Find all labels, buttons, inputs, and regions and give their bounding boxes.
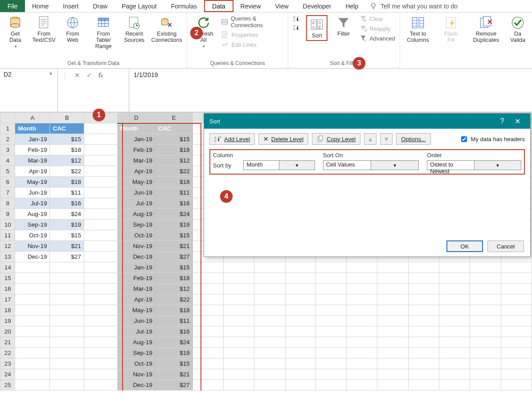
- cell[interactable]: [347, 305, 377, 316]
- cell[interactable]: Sep-19: [117, 220, 155, 230]
- cell[interactable]: [50, 369, 84, 380]
- cell[interactable]: [84, 326, 117, 337]
- cell[interactable]: [50, 348, 84, 358]
- cell[interactable]: [223, 273, 254, 284]
- cell[interactable]: [254, 305, 285, 316]
- cell[interactable]: May-19: [117, 305, 155, 316]
- cell[interactable]: $15: [50, 134, 84, 145]
- tell-me[interactable]: Tell me what you want to do: [370, 0, 458, 12]
- cell[interactable]: [501, 326, 532, 337]
- cell[interactable]: [501, 348, 532, 358]
- cell[interactable]: [377, 294, 408, 305]
- cell[interactable]: [439, 273, 470, 284]
- cell[interactable]: [470, 369, 501, 380]
- cell[interactable]: Jan-19: [15, 134, 50, 145]
- cell[interactable]: [84, 380, 117, 391]
- cell[interactable]: [285, 294, 316, 305]
- cell[interactable]: [84, 262, 117, 273]
- cell[interactable]: [223, 316, 254, 326]
- cell[interactable]: [377, 305, 408, 316]
- cell[interactable]: Mar-19: [117, 155, 155, 166]
- cell[interactable]: [254, 262, 285, 273]
- row-header[interactable]: 4: [0, 155, 15, 166]
- cell[interactable]: [347, 380, 377, 391]
- cell[interactable]: [501, 305, 532, 316]
- cell[interactable]: [223, 305, 254, 316]
- get-data-button[interactable]: Get Data: [4, 15, 26, 49]
- cell[interactable]: Feb-19: [117, 273, 155, 284]
- cell[interactable]: [254, 380, 285, 391]
- cell[interactable]: [439, 348, 470, 358]
- cell[interactable]: [439, 262, 470, 273]
- cancel-button[interactable]: Cancel: [487, 240, 524, 252]
- cell[interactable]: [285, 326, 316, 337]
- row-header[interactable]: 6: [0, 177, 15, 187]
- sort-desc-icon[interactable]: ZA: [293, 24, 300, 31]
- cell[interactable]: [470, 380, 501, 391]
- cell[interactable]: [316, 348, 347, 358]
- cell[interactable]: $18: [155, 145, 192, 155]
- cell[interactable]: [254, 348, 285, 358]
- cell[interactable]: Apr-19: [15, 166, 50, 177]
- cell[interactable]: $15: [155, 134, 192, 145]
- cell[interactable]: [223, 294, 254, 305]
- row-header[interactable]: 1: [0, 123, 15, 134]
- cell[interactable]: [84, 305, 117, 316]
- cell[interactable]: Jul-19: [117, 326, 155, 337]
- cell[interactable]: [439, 337, 470, 348]
- cell[interactable]: [84, 209, 117, 220]
- cell[interactable]: [84, 230, 117, 241]
- cell[interactable]: [316, 369, 347, 380]
- cell[interactable]: $16: [50, 198, 84, 209]
- cell[interactable]: Aug-19: [117, 337, 155, 348]
- cell[interactable]: [285, 369, 316, 380]
- cell[interactable]: [347, 326, 377, 337]
- cell[interactable]: [254, 337, 285, 348]
- cell[interactable]: [254, 358, 285, 369]
- cell[interactable]: [347, 262, 377, 273]
- cell[interactable]: [377, 262, 408, 273]
- cell[interactable]: [347, 337, 377, 348]
- cell[interactable]: [50, 294, 84, 305]
- cell[interactable]: [408, 316, 439, 326]
- cell[interactable]: [15, 273, 50, 284]
- cell[interactable]: Dec-19: [117, 252, 155, 262]
- cell[interactable]: [84, 155, 117, 166]
- cell[interactable]: [15, 348, 50, 358]
- cell[interactable]: [84, 273, 117, 284]
- cell[interactable]: $19: [155, 348, 192, 358]
- row-header[interactable]: 23: [0, 358, 15, 369]
- name-box-dropdown-icon[interactable]: ▼: [47, 70, 55, 77]
- flash-fill-button[interactable]: Flash Fill: [438, 15, 464, 44]
- cell[interactable]: [192, 326, 223, 337]
- cell[interactable]: [408, 380, 439, 391]
- cell[interactable]: [84, 284, 117, 294]
- cell[interactable]: [84, 134, 117, 145]
- filter-button[interactable]: Filter: [334, 15, 353, 37]
- row-header[interactable]: 12: [0, 241, 15, 252]
- cancel-icon[interactable]: ✕: [74, 71, 80, 79]
- cell[interactable]: [223, 380, 254, 391]
- row-header[interactable]: 5: [0, 166, 15, 177]
- row-header[interactable]: 22: [0, 348, 15, 358]
- cell[interactable]: $16: [155, 198, 192, 209]
- cell[interactable]: Jun-19: [117, 316, 155, 326]
- cell[interactable]: [15, 326, 50, 337]
- row-header[interactable]: 14: [0, 262, 15, 273]
- cell[interactable]: [439, 326, 470, 337]
- cell[interactable]: [470, 358, 501, 369]
- cell[interactable]: [316, 284, 347, 294]
- cell[interactable]: [285, 284, 316, 294]
- cell[interactable]: Oct-19: [117, 230, 155, 241]
- tab-review[interactable]: Review: [233, 0, 268, 12]
- cell[interactable]: [439, 294, 470, 305]
- dialog-close-icon[interactable]: ✕: [510, 117, 525, 126]
- my-data-has-headers-checkbox[interactable]: My data has headers: [459, 135, 525, 143]
- cell[interactable]: $15: [155, 230, 192, 241]
- cell[interactable]: [501, 369, 532, 380]
- cell[interactable]: May-19: [117, 177, 155, 187]
- cell[interactable]: $15: [155, 262, 192, 273]
- cell[interactable]: Sep-19: [15, 220, 50, 230]
- cell[interactable]: Jul-19: [117, 198, 155, 209]
- cell[interactable]: Mar-19: [117, 284, 155, 294]
